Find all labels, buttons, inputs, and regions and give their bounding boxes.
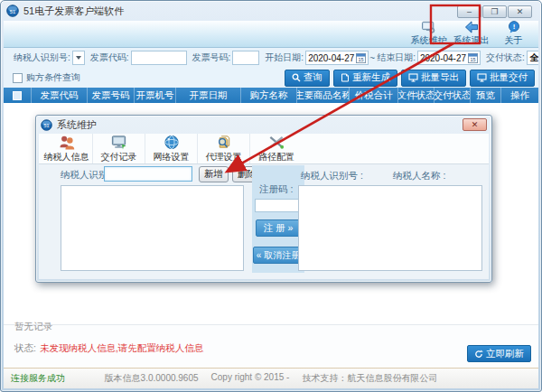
end-date-input[interactable]: 2020-04-27 15 [417,51,481,65]
dialog-content: 纳税人识别号 : 新增 删除 注册码 : 注 册 » « 取消注册 纳税人识别号… [39,164,489,279]
select-all-cell[interactable] [4,88,31,103]
end-date-value: 2020-04-27 [420,53,466,63]
registered-name-label: 纳税人名称 : [393,170,445,182]
batch-export-button[interactable]: 批量导出 [401,70,466,87]
delivery-status-label: 交付状态: [486,51,525,64]
column-header[interactable]: 开票机号 [134,88,175,103]
reg-code-input[interactable] [255,199,302,212]
invoice-code-input[interactable] [131,51,187,65]
chevron-down-icon [76,56,81,60]
version-info: 版本信息3.0.0000.9605 [105,372,199,385]
regenerate-button[interactable]: 重新生成 [333,70,397,87]
titlebar: 51 51电子发票客户端软件 – ❐ ✕ [1,1,541,21]
date-range-tilde: ~ [369,53,375,63]
end-date-label: 结束日期: [377,51,416,64]
unregister-button[interactable]: « 取消注册 [253,247,304,264]
system-exit-label: 系统退出 [453,34,490,47]
delivery-record-tab[interactable]: 交付记录 [93,134,145,163]
proxy-settings-label: 代理设置 [206,151,242,163]
column-header[interactable]: 购方名称 [240,88,296,103]
column-header[interactable]: 开票日期 [175,88,240,103]
svg-text:51: 51 [44,122,50,127]
reg-code-label: 注册码 : [259,183,293,196]
regenerate-icon [341,73,350,82]
calendar-icon: 15 [468,53,478,63]
calendar-icon: 15 [356,53,366,63]
action-bar: 购方条件查询 查询 重新生成 [4,68,538,88]
start-date-input[interactable]: 2020-04-27 15 [305,51,369,65]
about-label: 关于 [505,34,523,47]
registered-id-label: 纳税人识别号 : [301,170,363,182]
network-settings-label: 网络设置 [154,151,190,163]
buyer-query-label: 购方条件查询 [26,71,80,84]
dialog-taxpayer-id-input[interactable] [104,166,192,182]
column-header[interactable]: 操作 [500,88,538,103]
filter-bar: 纳税人识别号: 发票代码: 发票号码: 开始日期: 2020-04-27 15 … [4,48,538,68]
network-settings-icon [162,134,182,151]
refresh-now-button[interactable]: 立即刷新 [467,345,531,362]
buyer-query-checkbox[interactable] [13,73,23,83]
register-button[interactable]: 注 册 » [256,219,301,237]
column-header[interactable]: 发票号码 [87,88,134,103]
column-header[interactable]: 预览 [470,88,500,103]
batch-export-icon [408,73,418,82]
invoice-no-input[interactable] [232,51,259,65]
system-maintain-label: 系统维护 [411,34,447,47]
regenerate-label: 重新生成 [352,71,390,84]
minimize-button[interactable]: – [457,5,481,18]
add-button[interactable]: 新增 [199,166,229,182]
network-settings-tab[interactable]: 网络设置 [145,134,198,163]
system-maintain-button[interactable]: 系统维护 [407,21,450,47]
dialog-close-button[interactable]: ✕ [463,118,487,131]
state-label: 状态: [14,342,36,353]
select-all-checkbox[interactable] [13,91,22,100]
proxy-settings-tab[interactable]: 代理设置 [198,134,250,163]
svg-text:51: 51 [10,9,15,14]
column-header[interactable]: 发票代码 [31,88,87,103]
app-window: 51 51电子发票客户端软件 – ❐ ✕ 系统维护 系统退出 [0,0,542,392]
maximize-button[interactable]: ❐ [482,5,507,18]
dialog-toolbar: 纳税人信息 交付记录 [39,134,489,164]
path-config-label: 路径配置 [258,151,294,163]
column-header[interactable]: 交付状态 [434,88,470,103]
unregistered-taxpayer-list[interactable] [61,185,244,271]
copyright-text: Copy right © 2015 - [211,372,290,385]
query-button[interactable]: 查询 [285,70,330,87]
dialog-title: 系统维护 [57,118,97,132]
app-icon: 51 [6,5,19,17]
dialog-client: 纳税人信息 交付记录 [39,134,489,279]
batch-export-label: 批量导出 [421,71,459,84]
column-header[interactable]: 文件状态 [397,88,434,103]
registered-name-list[interactable] [389,185,482,271]
window-title: 51电子发票客户端软件 [23,5,124,18]
start-date-value: 2020-04-27 [308,53,354,63]
search-icon [292,73,301,82]
delivery-record-label: 交付记录 [101,151,137,163]
taxpayer-id-select[interactable] [72,51,85,65]
path-config-tab[interactable]: 路径配置 [250,134,303,163]
delivery-status-select[interactable]: 全部 [527,51,538,65]
close-button[interactable]: ✕ [508,5,532,18]
invoice-no-label: 发票号码: [192,51,231,64]
batch-deliver-button[interactable]: 批量交付 [470,70,535,87]
system-exit-button[interactable]: 系统退出 [450,21,492,47]
system-maintain-icon [420,21,437,33]
about-button[interactable]: ! 关于 [492,21,535,47]
exit-arrow-icon [463,21,480,33]
taxpayer-info-icon [57,134,77,151]
statusbar: 连接服务成功 版本信息3.0.0000.9605 Copy right © 20… [4,368,538,388]
invoice-code-label: 发票代码: [90,51,129,64]
column-header[interactable]: 主要商品名称 [296,88,349,103]
taxpayer-info-tab[interactable]: 纳税人信息 [41,134,93,163]
refresh-now-label: 立即刷新 [486,348,524,360]
svg-text:15: 15 [471,57,476,62]
connection-status: 连接服务成功 [11,372,65,385]
column-header[interactable]: 价税合计 [349,88,397,103]
registered-id-list[interactable] [298,185,390,271]
delivery-record-icon [109,134,129,151]
state-row: 状态:未发现纳税人信息,请先配置纳税人信息 [14,342,203,355]
proxy-settings-icon [214,134,234,151]
about-icon: ! [507,21,521,33]
dialog-titlebar: 51 系统维护 ✕ [36,116,491,134]
batch-deliver-label: 批量交付 [490,71,528,84]
